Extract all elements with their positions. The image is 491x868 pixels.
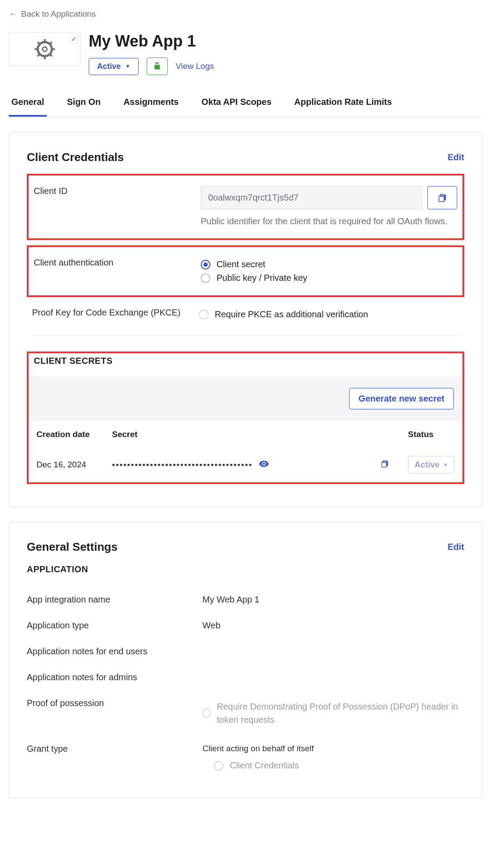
eye-icon [259,460,269,467]
panel-head: Client Credentials Edit [27,151,464,164]
app-type-value: Web [202,621,464,631]
chevron-down-icon: ▼ [125,63,130,69]
tab-okta-api-scopes[interactable]: Okta API Scopes [199,93,274,116]
app-actions: Active ▼ View Logs [89,57,214,75]
copy-secret-button[interactable] [381,461,389,470]
app-name-label: App integration name [27,595,202,605]
app-name-row: App integration name My Web App 1 [27,587,464,613]
pkce-checkbox-option[interactable]: Require PKCE as additional verification [199,308,459,321]
table-row: Dec 16, 2024 •••••••••••••••••••••••••••… [29,448,462,481]
app-icon-box [9,32,81,66]
secrets-table: Creation date Secret Status Dec 16, 2024… [29,421,462,482]
reveal-secret-button[interactable] [259,460,269,469]
svg-point-1 [43,47,47,51]
application-section-title: APPLICATION [27,564,464,574]
notes-admins-row: Application notes for admins [27,664,464,690]
gear-icon [34,38,56,60]
radio-client-secret[interactable]: Client secret [201,258,457,271]
key-lock-icon [152,61,162,71]
pop-checkbox-option[interactable]: Require Demonstrating Proof of Possessio… [202,698,464,728]
pop-option-label: Require Demonstrating Proof of Possessio… [217,700,464,726]
client-credentials-title: Client Credentials [27,151,124,164]
table-header-row: Creation date Secret Status [29,422,462,447]
generate-secret-bar: Generate new secret [29,377,462,421]
clipboard-icon [438,194,447,202]
app-type-row: Application type Web [27,613,464,638]
pencil-icon [71,36,76,42]
secret-status-dropdown[interactable]: Active ▼ [408,456,455,473]
app-type-label: Application type [27,621,202,631]
app-name-value: My Web App 1 [202,595,464,605]
back-link-label: Back to Applications [21,9,96,19]
radio-icon [201,260,210,269]
client-auth-row: Client authentication Client secret Publ… [34,253,457,289]
key-indicator[interactable] [147,57,168,75]
edit-icon-button[interactable] [69,34,79,44]
client-id-row: Client ID 0oalwxqm7qrct1Tjs5d7 Public id… [34,182,457,232]
svg-rect-4 [35,48,38,50]
col-secret: Secret [105,422,373,447]
panel-head: General Settings Edit [27,540,464,554]
svg-rect-2 [44,39,46,42]
secret-masked: ••••••••••••••••••••••••••••••••••••• [112,460,253,469]
grant-subhead: Client acting on behalf of itself [202,744,464,753]
pkce-option-label: Require PKCE as additional verification [215,309,368,319]
secret-status-label: Active [415,460,440,470]
notes-users-label: Application notes for end users [27,646,202,656]
radio-icon [214,761,224,771]
client-id-value-area: 0oalwxqm7qrct1Tjs5d7 Public identifier f… [201,186,457,228]
client-auth-label: Client authentication [34,258,201,268]
tabs: General Sign On Assignments Okta API Sco… [9,93,482,117]
app-title: My Web App 1 [89,32,214,50]
app-header: My Web App 1 Active ▼ View Logs [9,32,482,75]
checkbox-icon [202,708,211,718]
grant-client-credentials-option[interactable]: Client Credentials [202,759,464,772]
notes-admins-label: Application notes for admins [27,672,202,682]
generate-secret-button[interactable]: Generate new secret [349,388,454,409]
tab-rate-limits[interactable]: Application Rate Limits [292,93,394,116]
notes-users-row: Application notes for end users [27,638,464,664]
pkce-label: Proof Key for Code Exchange (PKCE) [32,308,199,321]
grant-type-row: Grant type Client acting on behalf of it… [27,736,464,780]
grant-type-label: Grant type [27,744,202,772]
clipboard-icon [381,459,389,468]
notes-users-value [202,646,464,656]
client-id-input[interactable]: 0oalwxqm7qrct1Tjs5d7 [201,186,423,209]
general-settings-title: General Settings [27,540,118,554]
status-dropdown-label: Active [97,62,121,71]
pkce-row: Proof Key for Code Exchange (PKCE) Requi… [9,302,482,326]
svg-point-0 [38,42,52,56]
svg-rect-3 [44,56,46,59]
secret-date: Dec 16, 2024 [29,448,104,481]
copy-client-id-button[interactable] [427,186,457,209]
edit-general-settings-link[interactable]: Edit [448,542,464,552]
arrow-left-icon: ← [9,9,18,19]
divider [32,335,459,336]
client-id-help: Public identifier for the client that is… [201,215,457,228]
client-auth-highlight: Client authentication Client secret Publ… [27,245,464,297]
edit-credentials-link[interactable]: Edit [448,152,464,162]
tab-general[interactable]: General [9,93,47,117]
client-secrets-highlight: CLIENT SECRETS Generate new secret Creat… [27,352,464,484]
status-dropdown[interactable]: Active ▼ [89,58,139,75]
client-id-highlight: Client ID 0oalwxqm7qrct1Tjs5d7 Public id… [27,174,464,240]
general-settings-panel: General Settings Edit APPLICATION App in… [9,522,482,798]
client-id-label: Client ID [34,186,201,196]
tab-assignments[interactable]: Assignments [121,93,181,116]
radio-label: Client secret [217,259,265,269]
notes-admins-value [202,672,464,682]
svg-rect-5 [52,48,55,50]
radio-icon [201,273,210,283]
back-to-applications-link[interactable]: ← Back to Applications [9,9,96,19]
tab-sign-on[interactable]: Sign On [64,93,103,116]
chevron-down-icon: ▼ [443,462,448,467]
col-creation-date: Creation date [29,422,104,447]
client-credentials-panel: Client Credentials Edit Client ID 0oalwx… [9,133,482,507]
col-status: Status [401,422,462,447]
view-logs-link[interactable]: View Logs [176,61,214,71]
app-title-area: My Web App 1 Active ▼ View Logs [89,32,214,75]
radio-label: Public key / Private key [217,273,307,283]
radio-public-key[interactable]: Public key / Private key [201,271,457,285]
pop-row: Proof of possession Require Demonstratin… [27,690,464,736]
pop-label: Proof of possession [27,698,202,728]
